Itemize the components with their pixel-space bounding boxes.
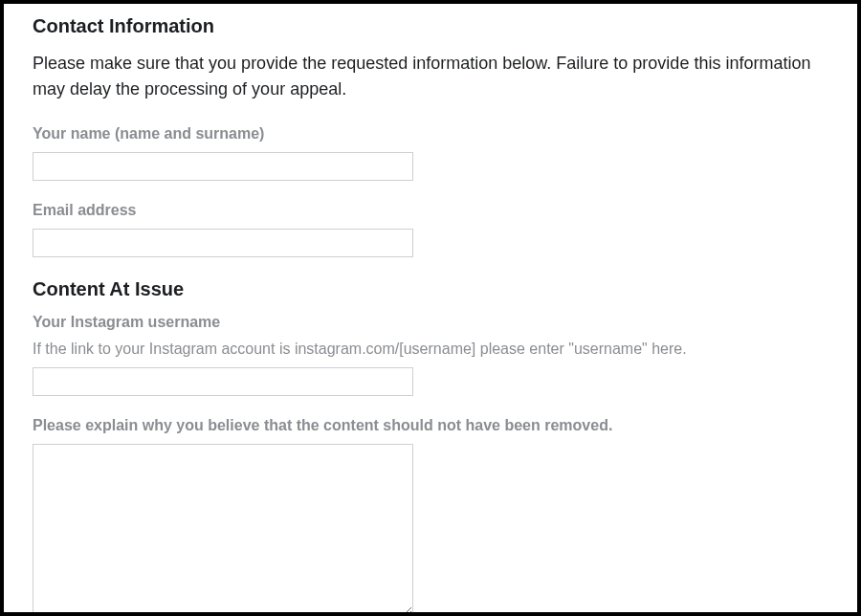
contact-description: Please make sure that you provide the re… — [33, 51, 828, 102]
explain-textarea[interactable] — [33, 444, 413, 616]
content-issue-heading: Content At Issue — [33, 278, 828, 300]
username-hint: If the link to your Instagram account is… — [33, 341, 828, 358]
contact-info-heading: Contact Information — [33, 15, 828, 37]
username-label: Your Instagram username — [33, 314, 828, 331]
email-label: Email address — [33, 202, 828, 219]
username-input[interactable] — [33, 367, 413, 396]
name-input[interactable] — [33, 152, 413, 181]
form-container: Contact Information Please make sure tha… — [0, 0, 861, 616]
explain-label: Please explain why you believe that the … — [33, 417, 828, 434]
email-input[interactable] — [33, 229, 413, 257]
name-label: Your name (name and surname) — [33, 125, 828, 143]
